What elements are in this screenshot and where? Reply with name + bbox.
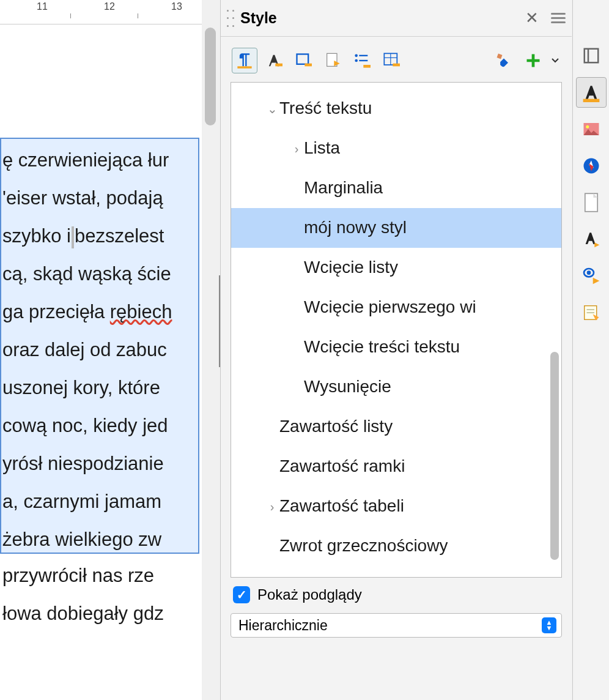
style-name-label: Wcięcie listy: [304, 258, 398, 277]
style-name-label: Zawartość listy: [279, 417, 393, 436]
style-tree-item[interactable]: Marginalia: [231, 168, 561, 208]
panel-grip-icon[interactable]: [227, 10, 234, 27]
style-name-label: Lista: [304, 139, 340, 158]
sidebar-tab-strip: [572, 0, 609, 700]
horizontal-ruler[interactable]: 11 12 13: [0, 0, 202, 24]
style-name-label: Marginalia: [304, 179, 383, 198]
manage-changes-icon[interactable]: [576, 297, 607, 328]
style-name-label: Zwrot grzecznościowy: [279, 537, 448, 556]
text-line: 'eiser wstał, podają: [2, 179, 198, 217]
style-name-label: Wysunięcie: [304, 378, 391, 397]
style-name-label: Zawartość ramki: [279, 457, 405, 476]
text-line: ę czerwieniejąca łur: [2, 141, 198, 179]
accessibility-check-icon[interactable]: [576, 261, 607, 291]
chevron-right-icon[interactable]: ›: [265, 500, 279, 513]
page-icon[interactable]: [576, 187, 607, 218]
style-tree-item[interactable]: Wcięcie treści tekstu: [231, 327, 561, 367]
chevron-right-icon[interactable]: ›: [289, 142, 304, 155]
svg-rect-13: [393, 64, 400, 67]
style-inspector-icon[interactable]: [576, 224, 607, 255]
style-tree-item[interactable]: ›Zawartość tabeli: [231, 486, 561, 526]
svg-rect-1: [275, 64, 282, 67]
svg-point-5: [355, 54, 358, 58]
style-tree-item[interactable]: Wysunięcie: [231, 367, 561, 407]
style-tree[interactable]: ⌄Treść tekstu›ListaMarginaliamój nowy st…: [231, 83, 561, 572]
panel-header: Style ✕: [221, 0, 572, 37]
style-name-label: Wcięcie pierwszego wi: [304, 298, 476, 317]
navigator-icon[interactable]: [576, 151, 607, 181]
paragraph-style-icon[interactable]: [232, 48, 257, 73]
view-mode-select[interactable]: Hierarchicznie ▲▼: [231, 613, 562, 638]
text-line: yrósł niespodzianie: [2, 445, 198, 483]
text-line: przywrócił nas rze: [2, 557, 199, 595]
page-style-icon[interactable]: [320, 48, 345, 73]
document-text-below[interactable]: przywrócił nas rze łowa dobiegały gdz: [0, 557, 199, 633]
style-tree-item[interactable]: ›Lista: [231, 128, 561, 168]
text-line: cową noc, kiedy jed: [2, 407, 198, 445]
close-panel-button[interactable]: ✕: [519, 5, 545, 31]
style-name-label: Zawartość tabeli: [279, 497, 404, 516]
view-mode-value: Hierarchicznie: [238, 617, 542, 634]
svg-point-7: [355, 59, 358, 62]
document-area: 11 12 13 ę czerwieniejąca łur 'eiser wst…: [0, 0, 202, 700]
select-arrows-icon: ▲▼: [542, 617, 556, 633]
frame-style-icon[interactable]: [290, 48, 316, 73]
svg-rect-9: [363, 65, 371, 68]
svg-rect-6: [359, 55, 367, 56]
svg-point-19: [586, 125, 589, 128]
text-line: szybko ibezszelest: [2, 217, 198, 255]
style-tree-item[interactable]: ⌄Treść tekstu: [231, 89, 561, 128]
style-name-label: mój nowy styl: [304, 218, 407, 237]
style-category-toolbar: [221, 37, 572, 82]
table-style-icon[interactable]: [378, 48, 404, 73]
document-scrollbar[interactable]: [205, 28, 216, 125]
text-line: uszonej kory, które: [2, 369, 198, 407]
text-line: ga przecięła rębiech: [2, 293, 198, 331]
tree-scrollbar[interactable]: [550, 352, 559, 560]
svg-rect-8: [359, 60, 367, 61]
list-style-icon[interactable]: [349, 48, 375, 73]
style-tree-item[interactable]: Wcięcie listy: [231, 248, 561, 288]
ruler-mark: 12: [104, 1, 115, 12]
preview-checkbox-label: Pokaż podglądy: [257, 586, 362, 603]
preview-checkbox[interactable]: ✓: [233, 586, 250, 603]
text-line: oraz dalej od zabuc: [2, 331, 198, 369]
svg-rect-15: [584, 49, 598, 63]
ruler-mark: 13: [171, 1, 182, 12]
fill-format-icon[interactable]: [491, 48, 517, 73]
style-tree-item[interactable]: Zwrot grzecznościowy: [231, 526, 561, 566]
chevron-down-icon[interactable]: ⌄: [265, 102, 279, 116]
style-tree-container: ⌄Treść tekstu›ListaMarginaliamój nowy st…: [231, 82, 562, 578]
style-tree-item[interactable]: Wcięcie pierwszego wi: [231, 288, 561, 327]
text-cursor: [72, 226, 74, 248]
svg-rect-17: [583, 99, 599, 102]
style-tree-item[interactable]: mój nowy styl: [231, 208, 561, 248]
character-style-icon[interactable]: [261, 48, 287, 73]
document-selection[interactable]: ę czerwieniejąca łur 'eiser wstał, podaj…: [0, 138, 199, 554]
preview-checkbox-row[interactable]: ✓ Pokaż podglądy: [221, 578, 572, 608]
svg-rect-2: [297, 54, 309, 64]
panel-title: Style: [240, 9, 519, 27]
style-tree-item[interactable]: Zawartość listy: [231, 407, 561, 447]
panel-menu-button[interactable]: [551, 10, 566, 26]
style-name-label: Treść tekstu: [279, 99, 372, 118]
styles-panel: Style ✕ ⌄Tr: [220, 0, 572, 700]
properties-icon[interactable]: [576, 40, 607, 71]
new-style-icon[interactable]: [520, 48, 546, 73]
svg-rect-3: [304, 64, 312, 67]
svg-rect-0: [237, 66, 251, 69]
text-line: żebra wielkiego zw: [2, 521, 198, 554]
style-tree-item[interactable]: Zawartość ramki: [231, 447, 561, 486]
ruler-mark: 11: [37, 1, 48, 12]
svg-rect-16: [587, 49, 589, 63]
svg-rect-14: [497, 54, 503, 59]
text-line: łowa dobiegały gdz: [2, 595, 199, 633]
svg-point-23: [586, 270, 591, 275]
text-line: cą, skąd wąską ście: [2, 255, 198, 293]
styles-icon[interactable]: [576, 77, 607, 108]
text-line: a, czarnymi jamam: [2, 483, 198, 521]
gallery-icon[interactable]: [576, 114, 607, 144]
new-style-dropdown-icon[interactable]: [550, 48, 561, 73]
style-name-label: Wcięcie treści tekstu: [304, 338, 460, 357]
